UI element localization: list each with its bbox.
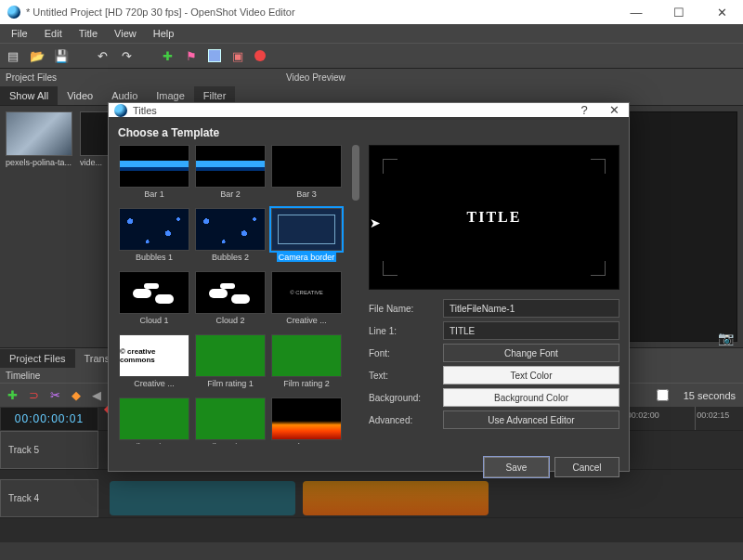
template-thumbnail-icon bbox=[195, 145, 266, 188]
line1-input[interactable] bbox=[443, 321, 619, 340]
template-item[interactable]: Bar 1 bbox=[118, 145, 190, 204]
template-label: Creative ... bbox=[134, 379, 175, 388]
template-label: Creative ... bbox=[286, 316, 327, 325]
template-item[interactable]: © creative commonsCreative ... bbox=[118, 334, 190, 394]
dialog-close-button[interactable]: ✕ bbox=[599, 103, 629, 117]
dialog-button-row: Save Cancel bbox=[109, 451, 629, 483]
template-label: Film rating 2 bbox=[283, 379, 330, 388]
font-label: Font: bbox=[369, 348, 437, 358]
template-thumbnail-icon bbox=[271, 145, 342, 188]
template-item[interactable]: Film rating 1 bbox=[194, 334, 267, 394]
template-thumbnail-icon bbox=[271, 334, 342, 377]
template-item[interactable]: Film rating 4 bbox=[194, 397, 267, 444]
line1-label: Line 1: bbox=[369, 326, 437, 336]
app-logo-icon bbox=[114, 104, 127, 117]
frame-corner-icon bbox=[383, 159, 398, 174]
change-font-button[interactable]: Change Font bbox=[443, 344, 619, 362]
frame-corner-icon bbox=[591, 261, 606, 276]
background-color-button[interactable]: Background Color bbox=[443, 388, 619, 407]
template-label: Film rating 1 bbox=[207, 379, 254, 388]
template-thumbnail-icon bbox=[119, 397, 189, 440]
template-label: Cloud 1 bbox=[139, 316, 168, 325]
template-thumbnail-icon bbox=[119, 271, 189, 314]
template-item[interactable]: Bar 2 bbox=[194, 145, 267, 204]
template-thumbnail-icon bbox=[119, 145, 189, 188]
template-label: Film rating 4 bbox=[207, 442, 254, 444]
template-thumbnail-icon bbox=[271, 208, 342, 251]
template-thumbnail-icon bbox=[195, 208, 266, 251]
template-label: Bar 2 bbox=[220, 189, 241, 199]
template-item[interactable]: Flames bbox=[270, 397, 343, 444]
template-item[interactable]: © CREATIVECreative ... bbox=[270, 271, 343, 331]
template-item[interactable]: Cloud 1 bbox=[118, 271, 190, 331]
template-label: Camera border bbox=[277, 253, 337, 262]
template-thumbnail-icon bbox=[195, 334, 266, 377]
choose-template-label: Choose a Template bbox=[118, 126, 619, 139]
template-label: Bar 3 bbox=[296, 189, 317, 199]
file-name-input[interactable] bbox=[443, 299, 619, 318]
background-label: Background: bbox=[369, 393, 437, 403]
title-preview-text: TITLE bbox=[467, 209, 522, 226]
template-item[interactable]: Bubbles 2 bbox=[194, 208, 267, 267]
template-label: Bar 1 bbox=[144, 189, 164, 199]
template-thumbnail-icon: © creative commons bbox=[119, 334, 189, 377]
cancel-button[interactable]: Cancel bbox=[554, 457, 619, 477]
template-label: Bubbles 2 bbox=[212, 253, 249, 262]
title-preview: TITLE bbox=[369, 145, 619, 290]
text-color-button[interactable]: Text Color bbox=[443, 366, 619, 384]
template-list[interactable]: Bar 1Bar 2Bar 3Bubbles 1Bubbles 2Camera … bbox=[118, 145, 361, 444]
text-color-label: Text: bbox=[369, 371, 437, 381]
template-item[interactable]: Bubbles 1 bbox=[118, 208, 190, 267]
dialog-title: Titles bbox=[133, 105, 569, 116]
template-label: Bubbles 1 bbox=[136, 253, 173, 262]
title-properties-pane: TITLE File Name: Line 1: Font: Change Fo… bbox=[369, 145, 619, 444]
titles-dialog: Titles ? ✕ Choose a Template Bar 1Bar 2B… bbox=[108, 102, 630, 472]
template-item[interactable]: Camera border bbox=[270, 208, 343, 267]
dialog-overlay: Titles ? ✕ Choose a Template Bar 1Bar 2B… bbox=[0, 0, 743, 560]
template-item[interactable]: Film rating 3 bbox=[118, 397, 190, 444]
template-item[interactable]: Bar 3 bbox=[270, 145, 343, 204]
template-thumbnail-icon bbox=[195, 271, 266, 314]
template-thumbnail-icon: © CREATIVE bbox=[271, 271, 342, 314]
dialog-help-button[interactable]: ? bbox=[569, 103, 599, 117]
template-label: Film rating 3 bbox=[131, 442, 177, 444]
frame-corner-icon bbox=[591, 159, 606, 174]
template-scrollbar[interactable] bbox=[350, 145, 361, 444]
template-thumbnail-icon bbox=[271, 397, 342, 440]
file-name-label: File Name: bbox=[369, 304, 437, 314]
advanced-editor-button[interactable]: Use Advanced Editor bbox=[443, 410, 619, 429]
template-label: Flames bbox=[293, 442, 320, 444]
save-button[interactable]: Save bbox=[484, 457, 549, 477]
template-thumbnail-icon bbox=[195, 397, 266, 440]
template-label: Cloud 2 bbox=[215, 316, 244, 325]
template-item[interactable]: Film rating 2 bbox=[270, 334, 343, 394]
template-thumbnail-icon bbox=[119, 208, 189, 251]
template-item[interactable]: Cloud 2 bbox=[194, 271, 267, 331]
advanced-label: Advanced: bbox=[369, 415, 437, 425]
frame-corner-icon bbox=[383, 261, 398, 276]
dialog-titlebar[interactable]: Titles ? ✕ bbox=[109, 103, 629, 117]
